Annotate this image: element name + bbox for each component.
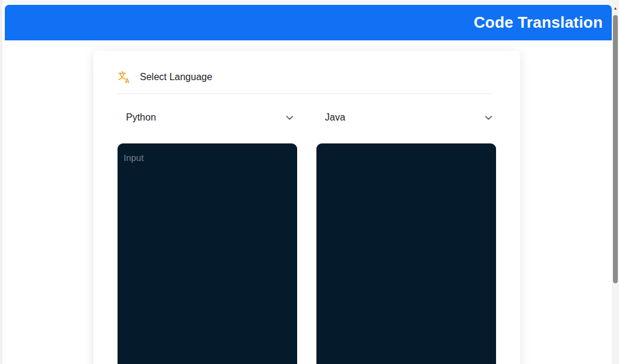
output-editor-panel [316,143,496,364]
scrollbar-up-icon[interactable]: ▲ [612,4,619,12]
window-edge-left [0,0,2,364]
input-editor-panel [118,143,297,364]
chevron-down-icon [284,113,295,123]
app-header: Code Translation [5,5,612,40]
section-heading: Select Language [140,72,212,83]
translate-icon: A [118,71,131,84]
divider [118,93,492,94]
source-language-value: Python [126,112,156,123]
translation-card: A Select Language Python Java [93,51,520,364]
code-input[interactable] [118,143,297,364]
window-edge-top [0,0,612,4]
language-section-header: A Select Language [118,69,496,86]
vertical-scrollbar[interactable]: ▲ [612,0,619,364]
svg-text:A: A [125,77,130,84]
scrollbar-thumb[interactable] [613,15,618,283]
chevron-down-icon [483,113,494,123]
target-language-value: Java [325,112,345,123]
page-title: Code Translation [474,13,603,32]
target-language-select[interactable]: Java [316,108,496,127]
editor-row [118,143,496,364]
language-select-row: Python Java [118,108,496,127]
code-output [316,143,496,364]
source-language-select[interactable]: Python [118,108,297,127]
